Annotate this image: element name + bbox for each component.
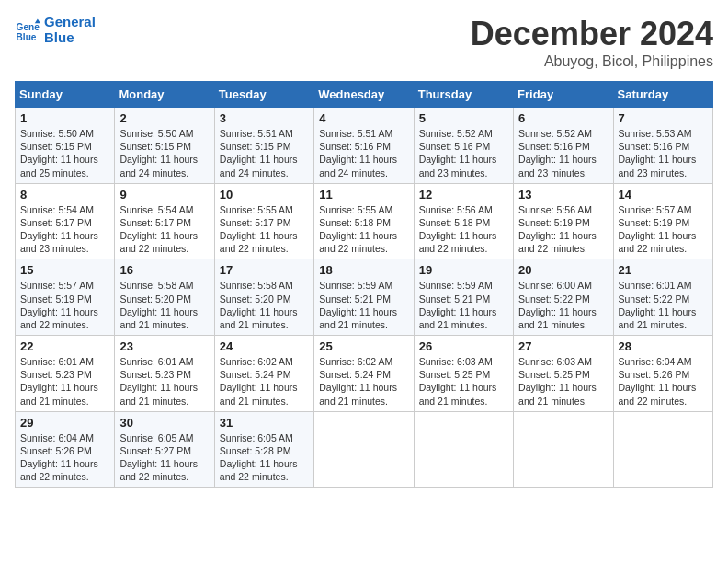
calendar-cell: 2Sunrise: 5:50 AMSunset: 5:15 PMDaylight…	[115, 108, 214, 184]
logo-line2: Blue	[44, 30, 96, 46]
calendar-cell	[414, 411, 513, 488]
day-number: 2	[119, 111, 209, 125]
day-number: 25	[319, 339, 408, 353]
calendar-cell: 8Sunrise: 5:54 AMSunset: 5:17 PMDaylight…	[16, 183, 115, 259]
calendar-cell: 22Sunrise: 6:01 AMSunset: 5:23 PMDayligh…	[16, 336, 115, 412]
calendar-cell	[514, 411, 613, 488]
title-area: December 2024 Abuyog, Bicol, Philippines	[471, 15, 713, 70]
calendar-cell: 14Sunrise: 5:57 AMSunset: 5:19 PMDayligh…	[613, 183, 712, 259]
calendar-cell: 13Sunrise: 5:56 AMSunset: 5:19 PMDayligh…	[514, 183, 613, 259]
day-info: Sunrise: 5:51 AMSunset: 5:16 PMDaylight:…	[319, 127, 408, 179]
day-info: Sunrise: 5:56 AMSunset: 5:18 PMDaylight:…	[419, 203, 508, 256]
header-cell-tuesday: Tuesday	[214, 82, 313, 108]
header-cell-sunday: Sunday	[16, 82, 115, 108]
day-info: Sunrise: 5:57 AMSunset: 5:19 PMDaylight:…	[20, 279, 109, 331]
header-cell-monday: Monday	[115, 82, 214, 108]
day-number: 27	[518, 339, 608, 353]
day-number: 21	[619, 263, 708, 277]
day-info: Sunrise: 6:01 AMSunset: 5:23 PMDaylight:…	[119, 355, 209, 408]
day-info: Sunrise: 5:50 AMSunset: 5:15 PMDaylight:…	[119, 127, 209, 179]
day-number: 12	[419, 188, 508, 201]
calendar-cell: 29Sunrise: 6:04 AMSunset: 5:26 PMDayligh…	[16, 411, 115, 488]
day-number: 5	[419, 111, 508, 125]
calendar-cell: 28Sunrise: 6:04 AMSunset: 5:26 PMDayligh…	[613, 336, 712, 412]
day-number: 4	[319, 111, 408, 125]
day-number: 10	[220, 188, 309, 201]
day-number: 13	[518, 188, 608, 201]
day-info: Sunrise: 6:05 AMSunset: 5:28 PMDaylight:…	[220, 431, 309, 484]
day-number: 29	[20, 416, 109, 430]
day-info: Sunrise: 5:54 AMSunset: 5:17 PMDaylight:…	[20, 203, 109, 256]
day-info: Sunrise: 5:52 AMSunset: 5:16 PMDaylight:…	[419, 127, 508, 179]
calendar-cell: 27Sunrise: 6:03 AMSunset: 5:25 PMDayligh…	[514, 336, 613, 412]
calendar-cell: 20Sunrise: 6:00 AMSunset: 5:22 PMDayligh…	[514, 259, 613, 336]
calendar-cell: 1Sunrise: 5:50 AMSunset: 5:15 PMDaylight…	[16, 108, 115, 184]
day-number: 19	[419, 263, 508, 277]
calendar-week-row: 1Sunrise: 5:50 AMSunset: 5:15 PMDaylight…	[16, 108, 713, 184]
day-info: Sunrise: 5:50 AMSunset: 5:15 PMDaylight:…	[20, 127, 109, 179]
header-cell-saturday: Saturday	[613, 82, 712, 108]
day-number: 23	[119, 339, 209, 353]
calendar-cell: 4Sunrise: 5:51 AMSunset: 5:16 PMDaylight…	[314, 108, 414, 184]
header-cell-wednesday: Wednesday	[314, 82, 414, 108]
location-title: Abuyog, Bicol, Philippines	[471, 53, 713, 70]
day-number: 30	[119, 416, 209, 430]
day-number: 31	[220, 416, 309, 430]
day-number: 6	[518, 111, 608, 125]
calendar-cell: 21Sunrise: 6:01 AMSunset: 5:22 PMDayligh…	[613, 259, 712, 336]
day-info: Sunrise: 6:04 AMSunset: 5:26 PMDaylight:…	[20, 431, 109, 484]
day-info: Sunrise: 6:00 AMSunset: 5:22 PMDaylight:…	[518, 279, 608, 331]
day-number: 11	[319, 188, 408, 201]
calendar-cell: 16Sunrise: 5:58 AMSunset: 5:20 PMDayligh…	[115, 259, 214, 336]
calendar-cell	[314, 411, 414, 488]
calendar-cell: 9Sunrise: 5:54 AMSunset: 5:17 PMDaylight…	[115, 183, 214, 259]
day-number: 24	[220, 339, 309, 353]
day-info: Sunrise: 6:02 AMSunset: 5:24 PMDaylight:…	[319, 355, 408, 408]
calendar-cell: 25Sunrise: 6:02 AMSunset: 5:24 PMDayligh…	[314, 336, 414, 412]
day-info: Sunrise: 6:01 AMSunset: 5:23 PMDaylight:…	[20, 355, 109, 408]
day-info: Sunrise: 5:59 AMSunset: 5:21 PMDaylight:…	[319, 279, 408, 331]
header-cell-thursday: Thursday	[414, 82, 513, 108]
day-info: Sunrise: 5:59 AMSunset: 5:21 PMDaylight:…	[419, 279, 508, 331]
calendar-cell: 24Sunrise: 6:02 AMSunset: 5:24 PMDayligh…	[214, 336, 313, 412]
calendar-header-row: SundayMondayTuesdayWednesdayThursdayFrid…	[16, 82, 713, 108]
header-cell-friday: Friday	[514, 82, 613, 108]
day-info: Sunrise: 6:03 AMSunset: 5:25 PMDaylight:…	[518, 355, 608, 408]
day-number: 15	[20, 263, 109, 277]
month-title: December 2024	[471, 15, 713, 53]
day-number: 8	[20, 188, 109, 201]
calendar-week-row: 8Sunrise: 5:54 AMSunset: 5:17 PMDaylight…	[16, 183, 713, 259]
day-info: Sunrise: 5:51 AMSunset: 5:15 PMDaylight:…	[220, 127, 309, 179]
day-info: Sunrise: 5:55 AMSunset: 5:18 PMDaylight:…	[319, 203, 408, 256]
day-number: 20	[518, 263, 608, 277]
day-number: 26	[419, 339, 508, 353]
day-info: Sunrise: 6:05 AMSunset: 5:27 PMDaylight:…	[119, 431, 209, 484]
day-number: 22	[20, 339, 109, 353]
logo-icon: General Blue	[15, 17, 40, 43]
day-info: Sunrise: 6:02 AMSunset: 5:24 PMDaylight:…	[220, 355, 309, 408]
day-info: Sunrise: 5:55 AMSunset: 5:17 PMDaylight:…	[220, 203, 309, 256]
day-number: 28	[619, 339, 708, 353]
calendar-table: SundayMondayTuesdayWednesdayThursdayFrid…	[15, 81, 713, 488]
logo: General Blue General Blue	[15, 15, 96, 45]
day-info: Sunrise: 6:01 AMSunset: 5:22 PMDaylight:…	[619, 279, 708, 331]
day-info: Sunrise: 5:53 AMSunset: 5:16 PMDaylight:…	[619, 127, 708, 179]
calendar-cell: 23Sunrise: 6:01 AMSunset: 5:23 PMDayligh…	[115, 336, 214, 412]
calendar-cell: 5Sunrise: 5:52 AMSunset: 5:16 PMDaylight…	[414, 108, 513, 184]
calendar-body: 1Sunrise: 5:50 AMSunset: 5:15 PMDaylight…	[16, 108, 713, 488]
calendar-cell: 18Sunrise: 5:59 AMSunset: 5:21 PMDayligh…	[314, 259, 414, 336]
day-number: 9	[119, 188, 209, 201]
calendar-cell: 26Sunrise: 6:03 AMSunset: 5:25 PMDayligh…	[414, 336, 513, 412]
day-number: 18	[319, 263, 408, 277]
svg-marker-2	[35, 18, 40, 23]
calendar-cell: 6Sunrise: 5:52 AMSunset: 5:16 PMDaylight…	[514, 108, 613, 184]
header: General Blue General Blue December 2024 …	[15, 15, 713, 70]
day-info: Sunrise: 6:03 AMSunset: 5:25 PMDaylight:…	[419, 355, 508, 408]
calendar-cell	[613, 411, 712, 488]
calendar-cell: 11Sunrise: 5:55 AMSunset: 5:18 PMDayligh…	[314, 183, 414, 259]
calendar-cell: 7Sunrise: 5:53 AMSunset: 5:16 PMDaylight…	[613, 108, 712, 184]
day-number: 7	[619, 111, 708, 125]
day-info: Sunrise: 5:58 AMSunset: 5:20 PMDaylight:…	[119, 279, 209, 331]
calendar-week-row: 22Sunrise: 6:01 AMSunset: 5:23 PMDayligh…	[16, 336, 713, 412]
day-number: 17	[220, 263, 309, 277]
